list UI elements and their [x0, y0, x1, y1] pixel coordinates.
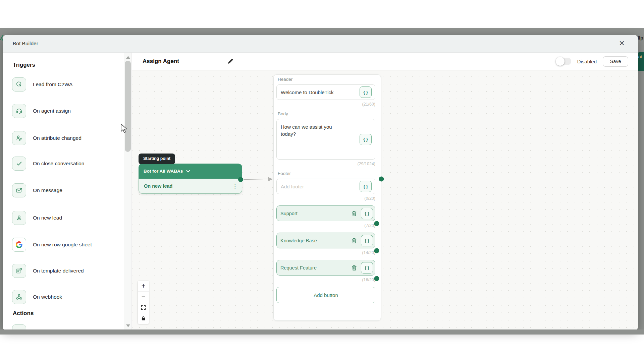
modal-header: Bot Builder × [3, 35, 638, 53]
quick-reply-button-row[interactable]: Knowledge Base { } [276, 233, 375, 248]
body-counter: (29/1024) [276, 162, 375, 166]
sidebar-item-on-new-lead[interactable]: On new lead [12, 211, 116, 225]
trash-icon[interactable] [352, 265, 357, 271]
footer-label: Footer [278, 171, 375, 176]
message-editor-panel: Header Welcome to DoubleTick { } (21/60)… [273, 74, 381, 321]
trash-icon[interactable] [352, 238, 357, 244]
footer-input[interactable]: Add footer { } [276, 179, 375, 194]
sidebar-item-on-message[interactable]: On message [12, 183, 116, 197]
variable-chip-button[interactable]: { } [360, 134, 372, 145]
zoom-in-button[interactable]: + [138, 281, 149, 292]
sidebar-item-label: On attribute changed [33, 135, 82, 141]
flow-title: Assign Agent [143, 58, 179, 65]
person-icon [12, 211, 26, 225]
node-output-handle[interactable] [238, 177, 243, 182]
scrollbar-thumb[interactable] [125, 61, 131, 152]
fit-view-button[interactable] [138, 302, 149, 313]
flow-edge [243, 176, 276, 184]
google-icon [12, 238, 26, 252]
starting-point-badge: Starting point [139, 154, 175, 164]
modal-title: Bot Builder [13, 41, 38, 47]
trigger-sidebar: Triggers Lead from C2WA [3, 53, 124, 330]
footer-placeholder: Add footer [281, 184, 304, 189]
quick-reply-button-row[interactable]: Support { } [276, 205, 375, 221]
toggle-knob [556, 57, 565, 66]
mouse-cursor [120, 123, 128, 133]
panel-input-handle[interactable] [379, 177, 384, 182]
body-textarea[interactable]: How can we assist you today? { } [276, 119, 375, 160]
sidebar-item-label: On new lead [33, 215, 62, 221]
sidebar-item-label: Lead from C2WA [33, 81, 72, 87]
sidebar-item-label: On message [33, 187, 62, 193]
scroll-up-arrow-icon[interactable] [126, 56, 130, 59]
save-button[interactable]: Save [603, 56, 628, 67]
edit-pencil-icon[interactable] [227, 58, 234, 65]
button-output-handle[interactable] [374, 248, 379, 253]
variable-chip-button[interactable]: { } [361, 262, 373, 274]
canvas-zoom-controls: + − [138, 281, 149, 324]
node-trigger-row[interactable]: On new lead ⋮ [139, 179, 242, 194]
button-label: Request Feature [280, 265, 352, 270]
node-header-label: Bot for All WABAs [144, 169, 183, 174]
variable-chip-button[interactable]: { } [360, 181, 372, 192]
header-input[interactable]: Welcome to DoubleTick { } [276, 84, 375, 100]
click-target-icon [12, 77, 26, 92]
button-label: Knowledge Base [280, 238, 352, 243]
sidebar-item-on-webhook[interactable]: On webhook [12, 290, 116, 304]
body-value: How can we assist you today? [281, 123, 339, 137]
sidebar-item-on-close-conversation[interactable]: On close conversation [12, 157, 116, 171]
canvas-toolbar: Assign Agent Disabled Save [132, 53, 638, 70]
modal-body: Triggers Lead from C2WA [3, 53, 638, 330]
agent-headset-icon [12, 104, 26, 118]
sidebar-item-on-template-delivered[interactable]: On template delivered [12, 264, 116, 278]
header-value: Welcome to DoubleTick [281, 89, 334, 95]
flow-canvas[interactable]: Starting point Bot for All WABAs On new … [132, 70, 638, 330]
variable-chip-button[interactable]: { } [360, 86, 372, 98]
button-counter: (14/20) [276, 250, 375, 255]
header-label: Header [278, 77, 375, 82]
node-trigger-label: On new lead [144, 183, 232, 189]
kebab-menu-icon[interactable]: ⋮ [232, 183, 238, 190]
button-label: Support [280, 211, 352, 216]
sidebar-scrollbar[interactable] [124, 53, 132, 330]
status-label: Disabled [577, 59, 597, 64]
triggers-heading: Triggers [13, 62, 35, 68]
sidebar-item-lead-from-c2wa[interactable]: Lead from C2WA [12, 77, 116, 92]
message-envelope-icon [12, 183, 26, 197]
button-counter: (7/20) [276, 223, 375, 228]
button-output-handle[interactable] [374, 221, 379, 226]
add-button[interactable]: Add button [276, 287, 375, 303]
attribute-edit-icon [12, 131, 26, 145]
sidebar-item-label: On close conversation [33, 161, 84, 167]
webhook-icon [12, 290, 26, 304]
sidebar-item-on-new-row-google-sheet[interactable]: On new row google sheet [12, 238, 116, 252]
variable-chip-button[interactable]: { } [361, 235, 373, 246]
sidebar-item-on-attribute-changed[interactable]: On attribute changed [12, 131, 116, 145]
bot-builder-modal: Bot Builder × Triggers Lead from C2WA [3, 35, 638, 330]
node-header-dropdown[interactable]: Bot for All WABAs [139, 164, 242, 179]
variable-chip-button[interactable]: { } [361, 208, 373, 219]
sidebar-item-on-agent-assign[interactable]: On agent assign [12, 104, 116, 118]
background-badge-fragment: ot [637, 52, 644, 71]
body-label: Body [278, 111, 375, 116]
button-output-handle[interactable] [374, 276, 379, 281]
lock-button[interactable] [138, 313, 149, 324]
close-icon[interactable]: × [619, 37, 625, 49]
scroll-down-arrow-icon[interactable] [126, 324, 130, 327]
background-overlay-bottom [0, 329, 644, 335]
sidebar-item-label: On agent assign [33, 108, 71, 114]
flow-canvas-area: Assign Agent Disabled Save Starting poin… [132, 53, 638, 330]
button-counter: (16/20) [276, 278, 375, 282]
sidebar-item-label: On webhook [33, 294, 62, 300]
actions-heading: Actions [13, 310, 34, 317]
enabled-toggle[interactable] [556, 58, 571, 65]
chevron-down-icon [186, 170, 190, 173]
checkmark-icon [12, 157, 26, 171]
zoom-out-button[interactable]: − [138, 292, 149, 302]
quick-reply-button-row[interactable]: Request Feature { } [276, 260, 375, 276]
template-doc-icon [12, 264, 26, 278]
trash-icon[interactable] [352, 210, 357, 217]
header-counter: (21/60) [276, 102, 375, 107]
background-text-fragment: llp [638, 35, 644, 41]
sidebar-item-label: On new row google sheet [33, 242, 92, 248]
